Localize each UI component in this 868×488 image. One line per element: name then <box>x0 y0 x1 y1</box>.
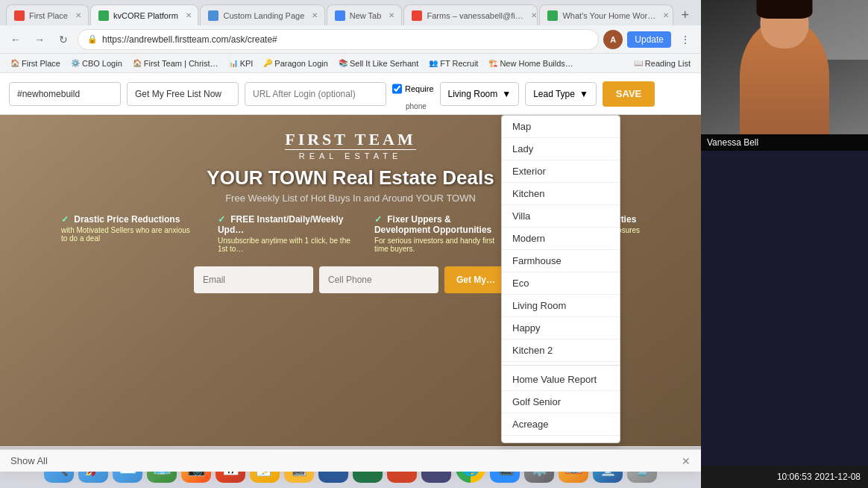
check-icon-1: ✓ <box>61 214 69 225</box>
require-phone-label[interactable]: Require <box>392 77 434 101</box>
update-button[interactable]: Update <box>627 31 671 48</box>
address-bar[interactable]: 🔒 https://andrewbell.firstteam.com/ask/c… <box>78 29 599 50</box>
bookmark-icon-cbo: ⚙️ <box>71 59 80 67</box>
hashtag-input[interactable] <box>9 82 121 106</box>
living-room-dropdown[interactable]: Living Room ▼ <box>440 82 520 106</box>
close-dropdown-button[interactable]: ✕ <box>682 455 691 467</box>
dropdown-item-kitchen2[interactable]: Kitchen 2 <box>502 340 620 362</box>
bookmark-sell[interactable]: 📚 Sell It Like Serhant <box>334 57 423 69</box>
email-input[interactable] <box>194 266 313 293</box>
clock-display: 10:06:53 <box>777 472 812 482</box>
dropdown-item-golf-senior[interactable]: Golf Senior <box>502 391 620 413</box>
clock-date-label: 2021-12-08 <box>815 472 861 482</box>
bookmark-label-sell: Sell It Like Serhant <box>350 59 418 68</box>
extensions-button[interactable]: ⋮ <box>676 30 695 49</box>
url-text: https://andrewbell.firstteam.com/ask/cre… <box>102 34 277 45</box>
tab-label-first-place: First Place <box>29 11 68 20</box>
feature-desc-3: For serious investors and handy first ti… <box>374 237 509 253</box>
show-all-bar: Show All ✕ <box>0 449 701 472</box>
dropdown-item-kitchen[interactable]: Kitchen <box>502 183 620 205</box>
feature-desc-1: with Motivated Sellers who are anxious t… <box>61 226 195 243</box>
back-button[interactable]: ← <box>6 30 25 49</box>
bookmark-label-first-place: First Place <box>22 59 60 68</box>
phone-label: phone <box>392 102 434 110</box>
bookmark-first-place[interactable]: 🏠 First Place <box>6 57 65 69</box>
feature-title-3: ✓ Fixer Uppers & Development Opportuniti… <box>374 214 509 235</box>
new-tab-button[interactable]: + <box>675 4 695 25</box>
living-room-dropdown-menu: Map Lady Exterior Kitchen Villa Modern F… <box>501 115 620 443</box>
tab-favicon-farms <box>412 10 422 21</box>
tab-kv-core[interactable]: kvCORE Platform ✕ <box>90 4 198 25</box>
tab-label-new-tab: New Tab <box>350 11 382 20</box>
tab-new-tab[interactable]: New Tab ✕ <box>327 4 403 25</box>
tab-favicon-new-tab <box>335 10 345 21</box>
tab-close-new-tab[interactable]: ✕ <box>389 11 394 19</box>
tab-close-farms[interactable]: ✕ <box>531 11 537 19</box>
bookmark-icon-first-place: 🏠 <box>10 59 19 67</box>
show-all-label[interactable]: Show All <box>10 455 48 466</box>
browser-window: First Place ✕ kvCORE Platform ✕ Custom L… <box>0 0 701 488</box>
toolbar: Require phone Living Room ▼ Lead Type ▼ … <box>0 73 701 115</box>
tab-whats-home[interactable]: What's Your Home Wor… ✕ <box>539 4 673 25</box>
bookmark-homebuilds[interactable]: 🏗️ New Home Builds… <box>484 57 577 69</box>
tab-close-first-place[interactable]: ✕ <box>75 11 81 19</box>
get-list-button[interactable]: Get My… <box>444 266 507 293</box>
tab-favicon-kv-core <box>98 10 109 21</box>
page-subline: Free Weekly List of Hot Buys In and Arou… <box>225 193 476 204</box>
feature-fixer-uppers: ✓ Fixer Uppers & Development Opportuniti… <box>374 214 509 253</box>
dropdown-item-farmhouse[interactable]: Farmhouse <box>502 250 620 272</box>
bookmark-icon-homebuilds: 🏗️ <box>488 59 497 67</box>
bookmark-label-recruit: FT Recruit <box>440 59 478 68</box>
email-row: Get My… <box>194 266 507 293</box>
bookmark-reading[interactable]: 📖 Reading List <box>629 57 695 69</box>
tab-farms[interactable]: Farms – vanessabell@fi… ✕ <box>403 4 538 25</box>
tab-custom-landing[interactable]: Custom Landing Page ✕ <box>200 4 324 25</box>
tab-close-kv-core[interactable]: ✕ <box>186 11 192 19</box>
dropdown-item-home-value[interactable]: Home Value Report <box>502 369 620 391</box>
dropdown-item-map[interactable]: Map <box>502 116 620 138</box>
dropdown-item-lady[interactable]: Lady <box>502 138 620 160</box>
bookmark-recruit[interactable]: 👥 FT Recruit <box>424 57 482 69</box>
tab-label-whats-home: What's Your Home Wor… <box>562 11 655 20</box>
tab-first-place[interactable]: First Place ✕ <box>6 4 89 25</box>
bookmark-icon-firstteam: 🏠 <box>133 59 142 67</box>
bookmark-icon-recruit: 👥 <box>429 59 438 67</box>
dropdown-separator <box>502 365 620 366</box>
dropdown-item-living-room[interactable]: Living Room <box>502 295 620 317</box>
url-input[interactable] <box>245 82 386 106</box>
webcam-name-label: Vanessa Bell <box>701 134 868 151</box>
brand-logo: FIRST TEAM REAL ESTATE <box>285 130 416 160</box>
dropdown-item-modern[interactable]: Modern <box>502 228 620 250</box>
phone-input[interactable] <box>319 266 438 293</box>
reload-button[interactable]: ↻ <box>54 30 73 49</box>
dropdown-item-acreage[interactable]: Acreage <box>502 413 620 436</box>
lead-type-dropdown[interactable]: Lead Type ▼ <box>525 82 597 106</box>
require-phone-checkbox[interactable] <box>392 77 402 101</box>
security-icon: 🔒 <box>87 34 98 44</box>
check-icon-3: ✓ <box>374 214 382 225</box>
living-room-label: Living Room <box>448 89 498 99</box>
person-name: Vanessa Bell <box>707 137 758 148</box>
brand-subtitle: REAL ESTATE <box>285 149 416 160</box>
forward-button[interactable]: → <box>30 30 49 49</box>
bookmark-icon-reading: 📖 <box>634 59 643 67</box>
tab-close-whats-home[interactable]: ✕ <box>663 11 669 19</box>
bookmark-firstteam[interactable]: 🏠 First Team | Christ… <box>128 57 223 69</box>
tab-close-custom-landing[interactable]: ✕ <box>312 11 318 19</box>
dropdown-item-foreclosure[interactable]: Foreclosure <box>502 436 620 443</box>
lead-type-label: Lead Type <box>533 89 575 99</box>
profile-avatar[interactable]: A <box>603 30 623 49</box>
dropdown-item-villa[interactable]: Villa <box>502 205 620 228</box>
webcam-panel: Vanessa Bell 10:06:53 2021-12-08 <box>701 0 868 488</box>
dropdown-item-eco[interactable]: Eco <box>502 272 620 295</box>
bookmark-cbo[interactable]: ⚙️ CBO Login <box>66 57 127 69</box>
bookmark-label-homebuilds: New Home Builds… <box>500 59 573 68</box>
bookmarks-bar: 🏠 First Place ⚙️ CBO Login 🏠 First Team … <box>0 54 701 73</box>
bookmark-kpi[interactable]: 📊 KPI <box>224 57 258 69</box>
save-button[interactable]: SAVE <box>603 81 655 107</box>
dropdown-item-happy[interactable]: Happy <box>502 317 620 340</box>
cta-input[interactable] <box>127 82 239 106</box>
tab-bar: First Place ✕ kvCORE Platform ✕ Custom L… <box>0 0 701 25</box>
bookmark-paragon[interactable]: 🔑 Paragon Login <box>259 57 333 69</box>
dropdown-item-exterior[interactable]: Exterior <box>502 160 620 183</box>
